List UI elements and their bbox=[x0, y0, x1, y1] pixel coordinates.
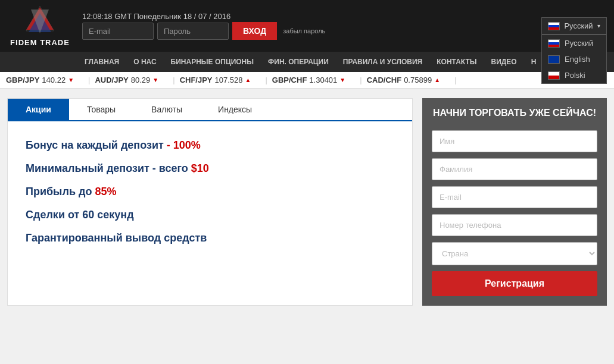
arrow-down-icon: ▼ bbox=[152, 77, 158, 83]
lang-dropdown: Русский English Polski bbox=[541, 34, 607, 84]
lang-item-ru[interactable]: Русский bbox=[542, 35, 606, 51]
main-nav: ГЛАВНАЯ О НАС БИНАРНЫЕ ОПЦИОНЫ ФИН. ОПЕР… bbox=[0, 52, 614, 72]
chevron-down-icon: ▾ bbox=[597, 23, 600, 29]
lang-label-en: English bbox=[565, 55, 590, 64]
logo-icon bbox=[24, 5, 56, 37]
ticker-item: CAD/CHF 0.75899 ▲ bbox=[367, 76, 440, 84]
features-list: Бонус на каждый депозит - 100% Минимальн… bbox=[8, 121, 412, 262]
datetime: 12:08:18 GMT Понедельник 18 / 07 / 2016 bbox=[82, 12, 532, 21]
feature-bonus-value: - 100% bbox=[167, 139, 201, 151]
ticker-item: GBP/CHF 1.30401 ▼ bbox=[272, 76, 345, 84]
nav-item-terms[interactable]: ПРАВИЛА И УСЛОВИЯ bbox=[336, 52, 429, 72]
registration-panel: НАЧНИ ТОРГОВАТЬ УЖЕ СЕЙЧАС! Страна Регис… bbox=[422, 98, 607, 306]
nav-item-binary[interactable]: БИНАРНЫЕ ОПЦИОНЫ bbox=[164, 52, 261, 72]
feature-profit-value: 85% bbox=[95, 186, 116, 197]
feature-profit: Прибыль до 85% bbox=[26, 186, 394, 198]
lang-item-en[interactable]: English bbox=[542, 51, 606, 67]
lang-current-button[interactable]: Русский ▾ bbox=[541, 17, 607, 34]
logo-text: FIDEM TRADE bbox=[10, 38, 70, 47]
arrow-up-icon: ▲ bbox=[245, 77, 251, 83]
arrow-up-icon: ▲ bbox=[434, 77, 440, 83]
nav-item-more[interactable]: Н bbox=[524, 52, 544, 72]
lang-current-label: Русский bbox=[564, 21, 593, 30]
header-inputs: ВХОД забыл пароль bbox=[82, 22, 532, 40]
language-selector[interactable]: Русский ▾ Русский English Polski bbox=[541, 17, 607, 34]
tab-stocks[interactable]: Акции bbox=[8, 99, 69, 120]
feature-withdrawal: Гарантированный вывод средств bbox=[26, 232, 394, 244]
nav-item-video[interactable]: ВИДЕО bbox=[484, 52, 524, 72]
register-button[interactable]: Регистрация bbox=[432, 271, 597, 296]
logo-area: FIDEM TRADE bbox=[7, 5, 73, 47]
nav-item-contacts[interactable]: КОНТАКТЫ bbox=[429, 52, 484, 72]
reg-email-input[interactable] bbox=[432, 186, 597, 208]
left-panel: Акции Товары Валюты Индексы Бонус на каж… bbox=[7, 98, 413, 306]
email-input[interactable] bbox=[82, 23, 154, 40]
header-center: 12:08:18 GMT Понедельник 18 / 07 / 2016 … bbox=[82, 12, 532, 40]
feature-min-deposit: Минимальный депозит - всего $10 bbox=[26, 162, 394, 175]
flag-en-icon bbox=[548, 55, 560, 64]
ticker-bar: GBP/JPY 140.22 ▼ | AUD/JPY 80.29 ▼ | CHF… bbox=[0, 72, 614, 89]
password-input[interactable] bbox=[157, 23, 229, 40]
arrow-down-icon: ▼ bbox=[339, 77, 345, 83]
tab-indices[interactable]: Индексы bbox=[200, 99, 270, 120]
tab-goods[interactable]: Товары bbox=[69, 99, 133, 120]
ticker-item: CHF/JPY 107.528 ▲ bbox=[180, 76, 251, 84]
first-name-input[interactable] bbox=[432, 130, 597, 152]
registration-title: НАЧНИ ТОРГОВАТЬ УЖЕ СЕЙЧАС! bbox=[432, 108, 597, 124]
tabs-bar: Акции Товары Валюты Индексы bbox=[8, 99, 412, 121]
last-name-input[interactable] bbox=[432, 158, 597, 180]
tab-currencies[interactable]: Валюты bbox=[133, 99, 200, 120]
header: FIDEM TRADE 12:08:18 GMT Понедельник 18 … bbox=[0, 0, 614, 52]
lang-label-ru: Русский bbox=[565, 39, 593, 48]
login-button[interactable]: ВХОД bbox=[232, 22, 277, 40]
lang-label-pl: Polski bbox=[565, 71, 585, 80]
phone-input[interactable] bbox=[432, 214, 597, 236]
nav-item-home[interactable]: ГЛАВНАЯ bbox=[77, 52, 126, 72]
flag-pl-icon bbox=[548, 71, 560, 80]
ticker-item: GBP/JPY 140.22 ▼ bbox=[6, 76, 74, 84]
nav-item-about[interactable]: О НАС bbox=[126, 52, 163, 72]
flag-ru-icon bbox=[548, 39, 560, 48]
nav-item-finance[interactable]: ФИН. ОПЕРАЦИИ bbox=[261, 52, 336, 72]
country-select[interactable]: Страна bbox=[432, 242, 597, 265]
feature-trades: Сделки от 60 секунд bbox=[26, 209, 394, 221]
feature-bonus: Бонус на каждый депозит - 100% bbox=[26, 139, 394, 152]
ticker-item: AUD/JPY 80.29 ▼ bbox=[95, 76, 158, 84]
forgot-password[interactable]: забыл пароль bbox=[283, 27, 325, 34]
feature-min-deposit-value: $10 bbox=[191, 162, 209, 174]
lang-item-pl[interactable]: Polski bbox=[542, 67, 606, 83]
arrow-down-icon: ▼ bbox=[68, 77, 74, 83]
flag-ru-icon bbox=[548, 22, 560, 30]
main-content: Акции Товары Валюты Индексы Бонус на каж… bbox=[0, 89, 614, 315]
